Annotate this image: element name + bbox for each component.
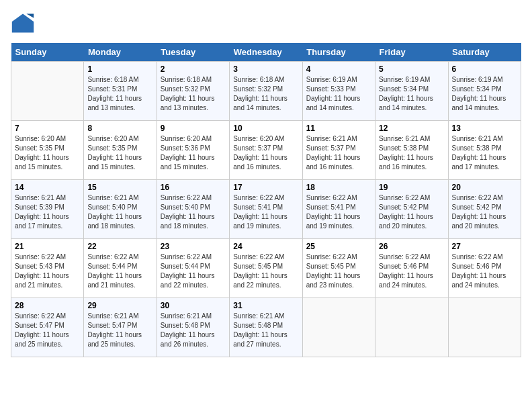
sunrise-label: Sunrise: 6:21 AM <box>452 135 503 142</box>
day-info: Sunrise: 6:22 AMSunset: 5:45 PMDaylight:… <box>233 253 298 290</box>
day-info: Sunrise: 6:22 AMSunset: 5:45 PMDaylight:… <box>306 253 371 290</box>
day-number: 30 <box>161 301 226 310</box>
page-header <box>11 11 521 35</box>
sunset-label: Sunset: 5:40 PM <box>161 203 210 211</box>
calendar-cell: 15Sunrise: 6:21 AMSunset: 5:40 PMDayligh… <box>84 180 157 239</box>
day-number: 12 <box>379 124 444 133</box>
daylight-label: Daylight: 11 hours and 13 minutes. <box>87 95 142 111</box>
day-info: Sunrise: 6:22 AMSunset: 5:43 PMDaylight:… <box>15 253 80 290</box>
sunrise-label: Sunrise: 6:22 AM <box>306 253 357 261</box>
sunrise-label: Sunrise: 6:21 AM <box>87 194 138 201</box>
calendar-cell: 3Sunrise: 6:18 AMSunset: 5:32 PMDaylight… <box>230 62 302 121</box>
sunset-label: Sunset: 5:35 PM <box>87 144 137 152</box>
sunset-label: Sunset: 5:44 PM <box>87 263 137 270</box>
day-info: Sunrise: 6:20 AMSunset: 5:37 PMDaylight:… <box>233 134 298 172</box>
calendar-cell: 31Sunrise: 6:21 AMSunset: 5:48 PMDayligh… <box>230 298 302 357</box>
day-number: 21 <box>15 242 80 251</box>
sunrise-label: Sunrise: 6:18 AM <box>87 76 138 83</box>
daylight-label: Daylight: 11 hours and 22 minutes. <box>161 272 215 289</box>
sunrise-label: Sunrise: 6:21 AM <box>306 135 357 142</box>
daylight-label: Daylight: 11 hours and 19 minutes. <box>306 213 361 230</box>
calendar-cell: 22Sunrise: 6:22 AMSunset: 5:44 PMDayligh… <box>84 239 157 298</box>
sunset-label: Sunset: 5:42 PM <box>452 203 502 211</box>
daylight-label: Daylight: 11 hours and 21 minutes. <box>15 272 69 289</box>
sunrise-label: Sunrise: 6:18 AM <box>161 76 212 83</box>
weekday-header-monday: Monday <box>84 43 157 62</box>
daylight-label: Daylight: 11 hours and 15 minutes. <box>161 154 215 171</box>
sunrise-label: Sunrise: 6:22 AM <box>379 194 430 201</box>
day-info: Sunrise: 6:20 AMSunset: 5:35 PMDaylight:… <box>15 134 80 172</box>
sunset-label: Sunset: 5:33 PM <box>306 85 356 93</box>
sunrise-label: Sunrise: 6:22 AM <box>161 194 212 201</box>
calendar-cell: 26Sunrise: 6:22 AMSunset: 5:46 PMDayligh… <box>375 239 448 298</box>
daylight-label: Daylight: 11 hours and 24 minutes. <box>452 272 506 289</box>
calendar-cell: 14Sunrise: 6:21 AMSunset: 5:39 PMDayligh… <box>11 180 84 239</box>
sunset-label: Sunset: 5:34 PM <box>379 85 429 93</box>
day-number: 24 <box>233 242 298 251</box>
sunrise-label: Sunrise: 6:22 AM <box>161 253 212 261</box>
day-info: Sunrise: 6:19 AMSunset: 5:33 PMDaylight:… <box>306 75 371 113</box>
calendar-cell: 5Sunrise: 6:19 AMSunset: 5:34 PMDaylight… <box>375 62 448 121</box>
sunset-label: Sunset: 5:34 PM <box>452 85 502 93</box>
day-number: 7 <box>15 124 80 133</box>
logo <box>11 11 38 35</box>
calendar-cell: 9Sunrise: 6:20 AMSunset: 5:36 PMDaylight… <box>157 121 229 180</box>
calendar-week-row: 1Sunrise: 6:18 AMSunset: 5:31 PMDaylight… <box>11 62 521 121</box>
sunrise-label: Sunrise: 6:21 AM <box>233 312 284 320</box>
sunset-label: Sunset: 5:48 PM <box>161 322 210 329</box>
sunset-label: Sunset: 5:41 PM <box>233 203 283 211</box>
daylight-label: Daylight: 11 hours and 27 minutes. <box>233 331 287 348</box>
calendar-cell <box>375 298 448 357</box>
day-info: Sunrise: 6:18 AMSunset: 5:32 PMDaylight:… <box>233 75 298 113</box>
day-number: 2 <box>161 64 226 74</box>
sunrise-label: Sunrise: 6:22 AM <box>233 253 284 261</box>
day-info: Sunrise: 6:21 AMSunset: 5:48 PMDaylight:… <box>233 312 298 349</box>
day-info: Sunrise: 6:22 AMSunset: 5:46 PMDaylight:… <box>379 253 444 290</box>
sunset-label: Sunset: 5:45 PM <box>233 263 283 270</box>
day-number: 19 <box>379 183 444 192</box>
sunrise-label: Sunrise: 6:22 AM <box>452 253 503 261</box>
day-number: 26 <box>379 242 444 251</box>
day-number: 13 <box>452 124 517 133</box>
calendar-cell: 8Sunrise: 6:20 AMSunset: 5:35 PMDaylight… <box>84 121 157 180</box>
daylight-label: Daylight: 11 hours and 23 minutes. <box>306 272 361 289</box>
daylight-label: Daylight: 11 hours and 14 minutes. <box>379 95 433 111</box>
sunrise-label: Sunrise: 6:21 AM <box>161 312 212 320</box>
day-number: 5 <box>379 64 444 74</box>
day-number: 27 <box>452 242 517 251</box>
day-info: Sunrise: 6:21 AMSunset: 5:38 PMDaylight:… <box>379 134 444 172</box>
sunset-label: Sunset: 5:40 PM <box>87 203 137 211</box>
day-info: Sunrise: 6:22 AMSunset: 5:40 PMDaylight:… <box>161 193 226 231</box>
sunrise-label: Sunrise: 6:22 AM <box>15 312 66 320</box>
sunrise-label: Sunrise: 6:21 AM <box>87 312 138 320</box>
calendar-cell: 24Sunrise: 6:22 AMSunset: 5:45 PMDayligh… <box>230 239 302 298</box>
daylight-label: Daylight: 11 hours and 25 minutes. <box>87 331 142 348</box>
sunset-label: Sunset: 5:48 PM <box>233 322 283 329</box>
sunrise-label: Sunrise: 6:19 AM <box>306 76 357 83</box>
day-info: Sunrise: 6:18 AMSunset: 5:32 PMDaylight:… <box>161 75 226 113</box>
sunset-label: Sunset: 5:36 PM <box>161 144 210 152</box>
calendar-cell: 12Sunrise: 6:21 AMSunset: 5:38 PMDayligh… <box>375 121 448 180</box>
calendar-cell: 19Sunrise: 6:22 AMSunset: 5:42 PMDayligh… <box>375 180 448 239</box>
sunset-label: Sunset: 5:41 PM <box>306 203 356 211</box>
calendar-cell: 4Sunrise: 6:19 AMSunset: 5:33 PMDaylight… <box>302 62 375 121</box>
day-info: Sunrise: 6:22 AMSunset: 5:44 PMDaylight:… <box>161 253 226 290</box>
day-info: Sunrise: 6:21 AMSunset: 5:40 PMDaylight:… <box>87 193 152 231</box>
sunrise-label: Sunrise: 6:21 AM <box>379 135 430 142</box>
daylight-label: Daylight: 11 hours and 24 minutes. <box>379 272 433 289</box>
sunrise-label: Sunrise: 6:18 AM <box>233 76 284 83</box>
daylight-label: Daylight: 11 hours and 21 minutes. <box>87 272 142 289</box>
day-number: 16 <box>161 183 226 192</box>
calendar-cell <box>302 298 375 357</box>
calendar-cell: 7Sunrise: 6:20 AMSunset: 5:35 PMDaylight… <box>11 121 84 180</box>
day-info: Sunrise: 6:21 AMSunset: 5:38 PMDaylight:… <box>452 134 517 172</box>
sunset-label: Sunset: 5:38 PM <box>379 144 429 152</box>
sunset-label: Sunset: 5:35 PM <box>15 144 64 152</box>
day-info: Sunrise: 6:19 AMSunset: 5:34 PMDaylight:… <box>379 75 444 113</box>
daylight-label: Daylight: 11 hours and 17 minutes. <box>15 213 69 230</box>
sunset-label: Sunset: 5:32 PM <box>161 85 210 93</box>
daylight-label: Daylight: 11 hours and 20 minutes. <box>452 213 506 230</box>
sunset-label: Sunset: 5:47 PM <box>87 322 137 329</box>
day-number: 6 <box>452 64 517 74</box>
sunrise-label: Sunrise: 6:22 AM <box>233 194 284 201</box>
